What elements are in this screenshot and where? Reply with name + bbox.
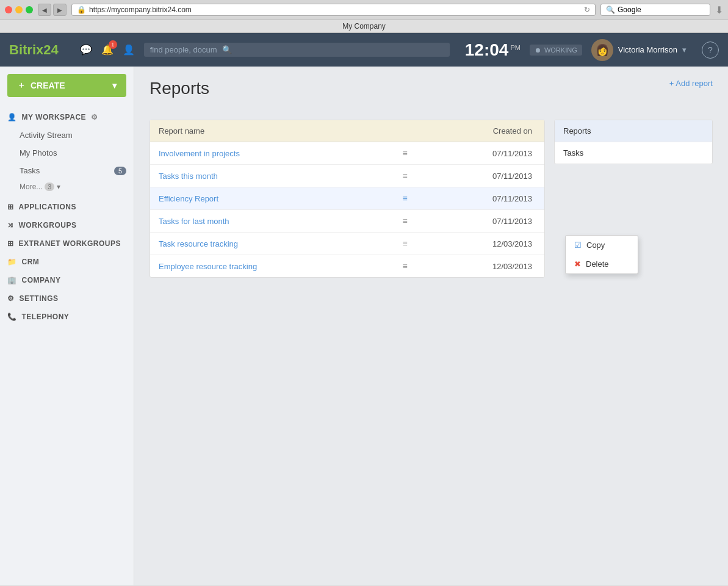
col-header-date: Created on (417, 120, 544, 142)
profile-icon[interactable]: 👤 (123, 44, 135, 56)
browser-search[interactable]: 🔍 Google (600, 4, 710, 16)
report-date: 07/11/2013 (417, 210, 544, 233)
content-header: Reports + Add report (150, 79, 713, 110)
col-header-menu (393, 120, 417, 142)
sidebar-more[interactable]: More... 3 ▾ (0, 179, 134, 194)
browser-chrome: ◀ ▶ 🔒 https://mycompany.bitrix24.com ↻ 🔍… (0, 0, 728, 20)
more-count-badge: 3 (45, 183, 54, 191)
refresh-icon[interactable]: ↻ (584, 5, 590, 14)
reports-table-wrapper: Report name Created on Involvement in pr… (150, 120, 545, 278)
report-link[interactable]: Efficiency Report (159, 194, 218, 203)
avatar: 👩 (591, 39, 613, 61)
reports-table: Report name Created on Involvement in pr… (150, 120, 544, 277)
sidebar-item-telephony[interactable]: 📞 TELEPHONY (0, 308, 134, 326)
folder-icon: 📁 (7, 258, 17, 266)
notification-badge: 1 (109, 40, 117, 49)
help-button[interactable]: ? (702, 42, 719, 59)
person-icon: 👤 (7, 113, 17, 121)
report-link[interactable]: Task resource tracking (159, 239, 238, 248)
copy-icon: ☑ (574, 241, 582, 250)
share-icon: ⤮ (7, 221, 14, 230)
report-link[interactable]: Tasks this month (159, 172, 218, 181)
back-btn[interactable]: ◀ (38, 4, 51, 16)
url-bar[interactable]: 🔒 https://mycompany.bitrix24.com ↻ (71, 4, 596, 16)
right-panel-item-reports[interactable]: Reports (555, 120, 712, 142)
workspace-settings-icon[interactable]: ⚙ (91, 113, 98, 121)
row-menu-icon[interactable]: ≡ (403, 239, 408, 248)
row-menu-icon[interactable]: ≡ (403, 261, 408, 271)
sidebar-item-extranet-workgroups[interactable]: ⊞ EXTRANET WORKGROUPS (0, 234, 134, 253)
right-panel: Reports Tasks (554, 120, 713, 164)
notifications-icon[interactable]: 🔔 1 (101, 44, 114, 56)
context-menu-delete[interactable]: ✖ Delete (566, 255, 638, 273)
apps-icon: ⊞ (7, 203, 14, 211)
create-button[interactable]: ＋ CREATE ▾ (7, 74, 126, 97)
report-date: 07/11/2013 (417, 187, 544, 210)
sidebar-item-company[interactable]: 🏢 COMPANY (0, 271, 134, 289)
url-text: https://mycompany.bitrix24.com (89, 5, 192, 14)
table-row: Tasks for last month ≡ 07/11/2013 (150, 210, 544, 233)
reports-container: Report name Created on Involvement in pr… (150, 120, 713, 278)
sidebar-item-activity-stream[interactable]: Activity Stream (0, 126, 134, 144)
search-icon: 🔍 (222, 45, 232, 54)
chevron-down-icon: ▾ (112, 81, 117, 90)
user-menu[interactable]: 👩 Victoria Morrison ▾ (591, 39, 687, 61)
search-placeholder: find people, docum (150, 45, 217, 54)
row-menu-icon[interactable]: ≡ (403, 216, 408, 226)
maximize-window-btn[interactable] (26, 6, 33, 13)
global-search[interactable]: find people, docum 🔍 (144, 43, 450, 57)
table-row: Involvement in projects ≡ 07/11/2013 (150, 142, 544, 165)
add-report-link[interactable]: + Add report (669, 79, 713, 88)
context-menu: ☑ Copy ✖ Delete (565, 235, 638, 274)
right-panel-item-tasks[interactable]: Tasks (555, 142, 712, 164)
row-menu-icon[interactable]: ≡ (403, 148, 408, 158)
plus-icon: ＋ (17, 80, 26, 91)
chevron-down-icon: ▾ (682, 45, 687, 54)
app-header: Bitrix24 💬 🔔 1 👤 find people, docum 🔍 12… (0, 33, 728, 67)
table-row: Tasks this month ≡ 07/11/2013 (150, 165, 544, 187)
table-row: Task resource tracking ≡ 12/03/2013 (150, 233, 544, 255)
chevron-down-icon: ▾ (57, 183, 60, 191)
working-status[interactable]: ⏺ WORKING (530, 45, 582, 56)
report-date: 12/03/2013 (417, 233, 544, 255)
time-display: 12:04 PM (465, 42, 521, 59)
download-icon: ⬇ (715, 4, 723, 16)
sidebar-item-applications[interactable]: ⊞ APPLICATIONS (0, 198, 134, 216)
search-icon: 🔍 (606, 5, 615, 14)
sidebar-item-my-photos[interactable]: My Photos (0, 144, 134, 162)
minimize-window-btn[interactable] (15, 6, 23, 13)
table-row-active: Efficiency Report ≡ 07/11/2013 (150, 187, 544, 210)
sidebar-item-settings[interactable]: ⚙ SETTINGS (0, 289, 134, 308)
my-workspace-section: 👤 MY WORKSPACE ⚙ Activity Stream My Phot… (0, 104, 134, 198)
header-icons: 💬 🔔 1 👤 (80, 44, 135, 56)
delete-icon: ✖ (574, 259, 581, 269)
sidebar-item-tasks[interactable]: Tasks 5 (0, 162, 134, 179)
company-icon: 🏢 (7, 276, 17, 284)
forward-btn[interactable]: ▶ (53, 4, 67, 16)
row-menu-icon[interactable]: ≡ (403, 171, 408, 181)
sidebar-item-workgroups[interactable]: ⤮ WORKGROUPS (0, 216, 134, 234)
close-window-btn[interactable] (5, 6, 12, 13)
browser-search-placeholder: Google (618, 5, 641, 14)
grid-icon: ⊞ (7, 239, 14, 248)
phone-icon: 📞 (7, 313, 17, 321)
report-date: 07/11/2013 (417, 165, 544, 187)
report-date: 07/11/2013 (417, 142, 544, 165)
report-link[interactable]: Tasks for last month (159, 217, 229, 226)
sidebar-item-my-workspace[interactable]: 👤 MY WORKSPACE ⚙ (0, 108, 134, 126)
app-logo[interactable]: Bitrix24 (9, 42, 59, 58)
sidebar-item-crm[interactable]: 📁 CRM (0, 253, 134, 271)
gear-icon: ⚙ (7, 294, 15, 303)
report-link[interactable]: Employee resource tracking (159, 262, 257, 271)
tasks-count-badge: 5 (114, 167, 126, 175)
url-icon: 🔒 (77, 5, 86, 14)
window-controls (5, 6, 33, 13)
row-menu-icon[interactable]: ≡ (403, 194, 408, 203)
report-date: 12/03/2013 (417, 255, 544, 278)
messages-icon[interactable]: 💬 (80, 44, 92, 56)
record-icon: ⏺ (535, 46, 541, 54)
context-menu-copy[interactable]: ☑ Copy (566, 236, 638, 255)
page-title: Reports (150, 79, 209, 98)
report-link[interactable]: Involvement in projects (159, 149, 240, 158)
col-header-name: Report name (150, 120, 393, 142)
